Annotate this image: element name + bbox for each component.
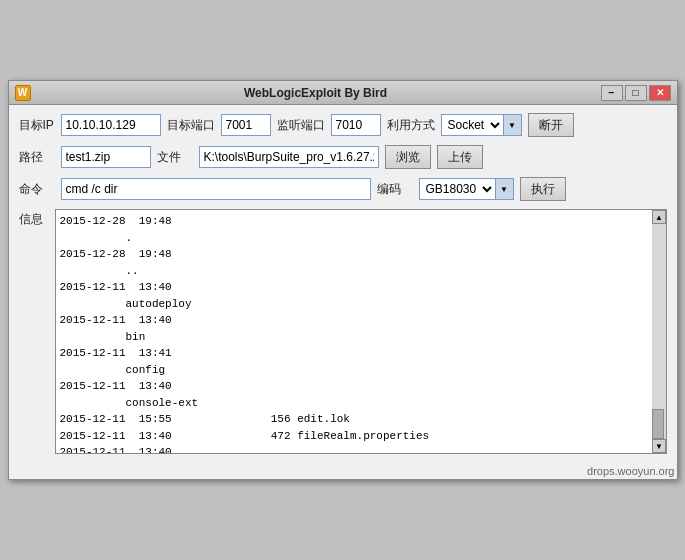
target-port-label: 目标端口	[167, 117, 215, 134]
app-icon: W	[15, 85, 31, 101]
scroll-down-arrow[interactable]: ▼	[652, 439, 666, 453]
use-method-arrow[interactable]: ▼	[503, 115, 521, 135]
window-title: WebLogicExploit By Bird	[31, 86, 601, 100]
title-bar: W WebLogicExploit By Bird − □ ✕	[9, 81, 677, 105]
disconnect-button[interactable]: 断开	[528, 113, 574, 137]
row-command: 命令 编码 GB18030 ▼ 执行	[19, 177, 667, 201]
exec-button[interactable]: 执行	[520, 177, 566, 201]
browse-button[interactable]: 浏览	[385, 145, 431, 169]
use-method-label: 利用方式	[387, 117, 435, 134]
file-input[interactable]	[199, 146, 379, 168]
use-method-select-wrapper[interactable]: Socket ▼	[441, 114, 522, 136]
info-box: 2015-12-28 19:48 . 2015-12-28 19:48 .. 2…	[55, 209, 667, 454]
row-file: 路径 文件 浏览 上传	[19, 145, 667, 169]
target-ip-input[interactable]	[61, 114, 161, 136]
scrollbar[interactable]: ▲ ▼	[652, 210, 666, 453]
scroll-thumb[interactable]	[652, 409, 664, 439]
title-buttons: − □ ✕	[601, 85, 671, 101]
file-label: 文件	[157, 149, 193, 166]
listen-port-input[interactable]	[331, 114, 381, 136]
target-port-input[interactable]	[221, 114, 271, 136]
watermark: drops.wooyun.org	[9, 462, 677, 479]
info-content[interactable]: 2015-12-28 19:48 . 2015-12-28 19:48 .. 2…	[56, 210, 652, 453]
listen-port-label: 监听端口	[277, 117, 325, 134]
main-window: W WebLogicExploit By Bird − □ ✕ 目标IP 目标端…	[8, 80, 678, 480]
encoding-label: 编码	[377, 181, 413, 198]
path-label: 路径	[19, 149, 55, 166]
scroll-track[interactable]	[652, 224, 666, 439]
target-ip-label: 目标IP	[19, 117, 55, 134]
maximize-button[interactable]: □	[625, 85, 647, 101]
row-connection: 目标IP 目标端口 监听端口 利用方式 Socket ▼ 断开	[19, 113, 667, 137]
info-section: 信息 2015-12-28 19:48 . 2015-12-28 19:48 .…	[19, 209, 667, 454]
encoding-arrow[interactable]: ▼	[495, 179, 513, 199]
path-input[interactable]	[61, 146, 151, 168]
scroll-up-arrow[interactable]: ▲	[652, 210, 666, 224]
cmd-label: 命令	[19, 181, 55, 198]
content-area: 目标IP 目标端口 监听端口 利用方式 Socket ▼ 断开 路径 文件 浏览…	[9, 105, 677, 462]
use-method-select[interactable]: Socket	[442, 115, 503, 135]
upload-button[interactable]: 上传	[437, 145, 483, 169]
minimize-button[interactable]: −	[601, 85, 623, 101]
encoding-select[interactable]: GB18030	[420, 179, 495, 199]
close-button[interactable]: ✕	[649, 85, 671, 101]
encoding-select-wrapper[interactable]: GB18030 ▼	[419, 178, 514, 200]
cmd-input[interactable]	[61, 178, 371, 200]
info-label: 信息	[19, 209, 49, 228]
